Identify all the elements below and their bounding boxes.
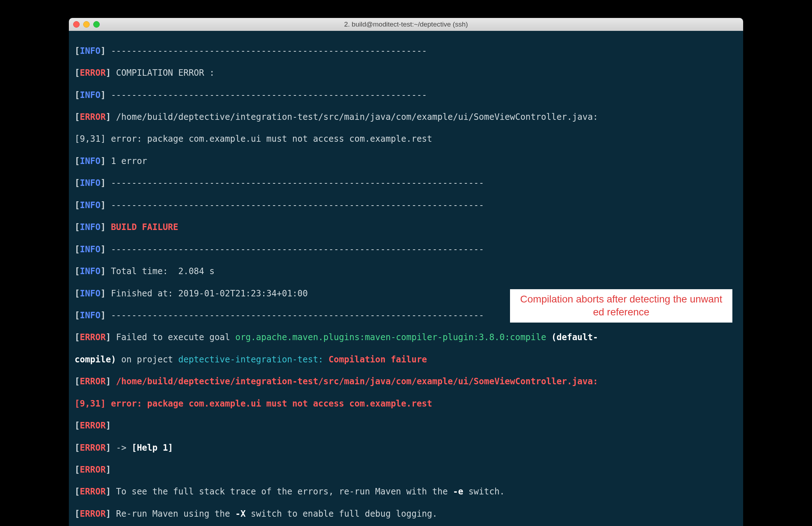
log-line: [INFO] ---------------------------------… [75, 244, 737, 255]
annotation-callout: Compilation aborts after detecting the u… [510, 289, 732, 323]
log-line: [ERROR] [75, 420, 737, 431]
log-line: [ERROR] Failed to execute goal org.apach… [75, 332, 737, 343]
maximize-icon[interactable] [93, 21, 100, 28]
log-line: [ERROR] /home/build/deptective/integrati… [75, 112, 737, 123]
log-line: [9,31] error: package com.example.ui mus… [75, 133, 737, 145]
log-line: [ERROR] To see the full stack trace of t… [75, 486, 737, 497]
log-line: [ERROR] COMPILATION ERROR : [75, 67, 737, 79]
log-line: [INFO] BUILD FAILURE [75, 222, 737, 233]
terminal-window: 2. build@moditect-test:~/deptective (ssh… [69, 18, 743, 526]
window-title: 2. build@moditect-test:~/deptective (ssh… [344, 20, 468, 28]
log-line: [9,31] error: package com.example.ui mus… [75, 398, 737, 409]
log-line: [ERROR] /home/build/deptective/integrati… [75, 376, 737, 387]
log-line: [ERROR] [75, 464, 737, 475]
log-line: [INFO] 1 error [75, 156, 737, 167]
close-icon[interactable] [73, 21, 80, 28]
log-line: [INFO] ---------------------------------… [75, 200, 737, 211]
log-line: [ERROR] Re-run Maven using the -X switch… [75, 508, 737, 520]
titlebar: 2. build@moditect-test:~/deptective (ssh… [69, 18, 743, 31]
log-line: [INFO] ---------------------------------… [75, 46, 737, 57]
terminal-output[interactable]: [INFO] ---------------------------------… [69, 31, 743, 526]
log-line: [INFO] Total time: 2.084 s [75, 266, 737, 277]
log-line: [INFO] ---------------------------------… [75, 178, 737, 189]
log-line: compile) on project deptective-integrati… [75, 354, 737, 365]
log-line: [ERROR] -> [Help 1] [75, 442, 737, 454]
window-controls [73, 21, 100, 28]
minimize-icon[interactable] [83, 21, 90, 28]
log-line: [INFO] ---------------------------------… [75, 90, 737, 101]
